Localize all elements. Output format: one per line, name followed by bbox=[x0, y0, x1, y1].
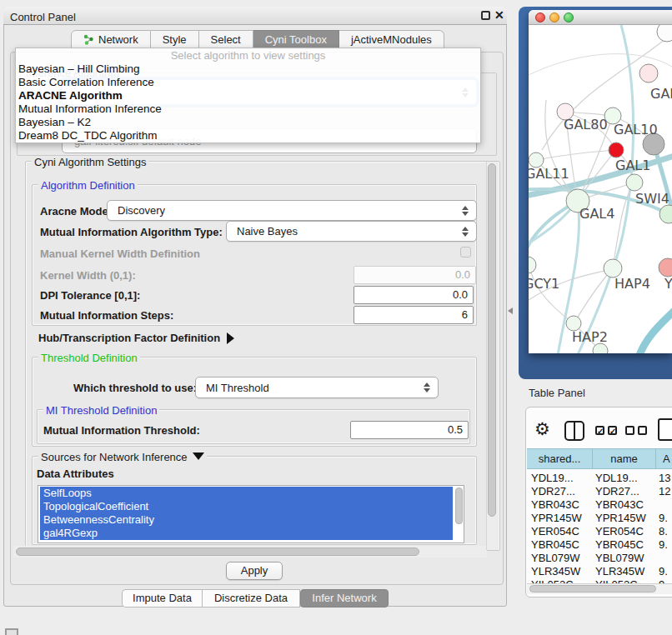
column-header-shared-name[interactable]: shared... bbox=[527, 448, 593, 469]
table-cell[interactable]: 9. bbox=[659, 565, 668, 578]
minimized-panel-icon[interactable] bbox=[5, 628, 18, 635]
close-traffic-light[interactable] bbox=[535, 12, 545, 22]
data-attributes-label: Data Attributes bbox=[37, 468, 114, 480]
which-threshold-combobox[interactable]: MI Threshold bbox=[195, 377, 439, 398]
threshold-definition-title: Threshold Definition bbox=[38, 352, 140, 364]
control-panel-title: Control Panel bbox=[10, 11, 76, 23]
table-cell[interactable]: YBR043C bbox=[595, 498, 644, 511]
tab-discretize-data[interactable]: Discretize Data bbox=[202, 589, 300, 608]
gear-icon[interactable]: ⚙ bbox=[534, 419, 550, 439]
node-swi4[interactable] bbox=[659, 205, 672, 223]
collapse-down-icon bbox=[193, 452, 204, 460]
node-selected-red[interactable] bbox=[609, 142, 624, 158]
table-cell[interactable]: YPR145W bbox=[531, 512, 582, 524]
panel-resize-handle[interactable] bbox=[508, 308, 513, 314]
mi-algorithm-type-combobox[interactable]: Naive Bayes bbox=[226, 221, 477, 242]
table-cell[interactable]: YBR045C bbox=[531, 538, 579, 551]
aracne-mode-combobox[interactable]: Discovery bbox=[107, 200, 477, 221]
cyni-algorithm-settings-title: Cyni Algorithm Settings bbox=[32, 156, 148, 168]
attribute-item-selected[interactable]: TopologicalCoefficient bbox=[40, 500, 453, 513]
combo-arrows-icon bbox=[424, 382, 430, 392]
table-cell[interactable]: YLR345W bbox=[595, 565, 644, 578]
table-cell[interactable]: 9. bbox=[659, 512, 668, 524]
dropdown-item-selected[interactable]: ARACNE Algorithm bbox=[18, 89, 435, 102]
apply-button[interactable]: Apply bbox=[226, 562, 283, 580]
tab-network[interactable]: Network bbox=[71, 30, 151, 49]
mi-steps-field[interactable]: 6 bbox=[354, 306, 474, 324]
node-gal[interactable] bbox=[639, 64, 658, 82]
table-cell[interactable]: YDL19... bbox=[595, 472, 638, 484]
split-columns-icon[interactable] bbox=[564, 421, 584, 441]
dropdown-item[interactable]: Mutual Information Inference bbox=[18, 102, 435, 116]
attribute-item-selected[interactable]: gal4RGexp bbox=[40, 527, 453, 540]
table-cell[interactable]: 8. bbox=[659, 525, 668, 538]
node-label: GAL4 bbox=[579, 206, 614, 222]
dropdown-item[interactable]: Bayesian – Hill Climbing bbox=[18, 62, 435, 76]
tab-style[interactable]: Style bbox=[151, 30, 199, 49]
table-cell[interactable]: YPR145W bbox=[595, 512, 646, 524]
algorithm-definition-title: Algorithm Definition bbox=[38, 179, 138, 192]
node-salmon[interactable] bbox=[659, 258, 672, 277]
node-label: GCY1 bbox=[529, 276, 559, 292]
table-hscrollbar-thumb[interactable] bbox=[529, 585, 656, 592]
tab-impute-data[interactable]: Impute Data bbox=[122, 589, 202, 608]
deselect-all-checkbox-icon[interactable] bbox=[625, 426, 634, 435]
mi-threshold-field[interactable]: 0.5 bbox=[350, 421, 469, 439]
mi-threshold-label: Mutual Information Threshold: bbox=[43, 424, 200, 437]
tab-cyni-toolbox[interactable]: Cyni Toolbox bbox=[253, 30, 339, 49]
node-hap4[interactable] bbox=[604, 259, 622, 278]
kernel-width-field: 0.0 bbox=[354, 266, 476, 284]
deselect-all-checkbox-icon[interactable] bbox=[638, 426, 647, 435]
settings-vscrollbar-thumb[interactable] bbox=[488, 163, 496, 517]
table-cell[interactable]: YDR27... bbox=[595, 485, 639, 498]
table-cell[interactable]: YER054C bbox=[531, 525, 579, 538]
control-panel-tabbar: Network Style Select Cyni Toolbox jActiv… bbox=[71, 30, 444, 49]
node-gal1[interactable] bbox=[626, 174, 643, 191]
hub-definition-toggle[interactable]: Hub/Transcription Factor Definition bbox=[38, 332, 234, 344]
zoom-traffic-light[interactable] bbox=[564, 12, 574, 22]
table-cell[interactable]: YER054C bbox=[595, 525, 644, 538]
dropdown-item[interactable]: Bayesian – K2 bbox=[18, 116, 435, 129]
select-all-checkbox-icon[interactable]: ✓ bbox=[595, 426, 604, 435]
node-gcy1[interactable] bbox=[529, 257, 536, 273]
dropdown-placeholder: Select algorithm to view settings bbox=[15, 49, 481, 62]
tab-infer-network[interactable]: Infer Network bbox=[300, 589, 389, 608]
table-cell[interactable]: YBL079W bbox=[531, 552, 580, 564]
dpi-tolerance-field[interactable]: 0.0 bbox=[354, 286, 474, 304]
list-scrollbar-thumb[interactable] bbox=[455, 488, 463, 524]
tab-select[interactable]: Select bbox=[199, 30, 253, 49]
export-table-icon[interactable] bbox=[658, 418, 672, 441]
table-cell[interactable]: 9. bbox=[659, 538, 668, 551]
table-cell[interactable]: YBR045C bbox=[595, 538, 644, 551]
expand-right-icon bbox=[227, 332, 234, 344]
table-cell[interactable]: 12 bbox=[659, 485, 670, 498]
table-cell[interactable]: YLR345W bbox=[531, 565, 580, 578]
manual-kernel-width-checkbox[interactable] bbox=[460, 247, 471, 258]
table-cell[interactable]: YBR043C bbox=[531, 498, 579, 511]
dropdown-item[interactable]: Dream8 DC_TDC Algorithm bbox=[18, 129, 435, 142]
select-all-checkbox-icon[interactable]: ✓ bbox=[608, 426, 617, 435]
sources-title-toggle[interactable]: Sources for Network Inference bbox=[38, 451, 207, 463]
column-header-partial[interactable]: A bbox=[656, 448, 672, 469]
table-cell[interactable]: 13 bbox=[659, 472, 670, 484]
attribute-item-selected[interactable]: SelfLoops bbox=[40, 487, 453, 500]
minimize-traffic-light[interactable] bbox=[549, 12, 559, 22]
table-cell[interactable]: YBL079W bbox=[595, 552, 644, 564]
column-header-name[interactable]: name bbox=[593, 448, 656, 469]
mi-steps-label: Mutual Information Steps: bbox=[40, 309, 173, 322]
tab-jactivemnodules[interactable]: jActiveMNodules bbox=[339, 30, 444, 49]
table-cell[interactable]: YDL19... bbox=[531, 472, 574, 484]
data-attributes-list[interactable]: SelfLoops TopologicalCoefficient Between… bbox=[38, 485, 464, 543]
node[interactable] bbox=[657, 25, 672, 42]
float-window-icon[interactable] bbox=[481, 11, 490, 20]
dropdown-item[interactable]: Basic Correlation Inference bbox=[18, 76, 435, 89]
network-canvas[interactable]: GAL GAL80 GAL10 GAL11 GAL1 SWI4 GAL4 GCY… bbox=[529, 25, 672, 353]
attribute-item-selected[interactable]: BetweennessCentrality bbox=[40, 513, 453, 527]
close-icon[interactable]: ✕ bbox=[494, 8, 504, 22]
table-cell[interactable]: YDR27... bbox=[531, 485, 575, 498]
dpi-tolerance-label: DPI Tolerance [0,1]: bbox=[40, 289, 140, 302]
node-label: HAP4 bbox=[614, 276, 650, 292]
node-label: GAL1 bbox=[615, 158, 650, 173]
settings-hscrollbar-thumb[interactable] bbox=[16, 548, 419, 556]
node-label: GAL80 bbox=[564, 117, 608, 132]
